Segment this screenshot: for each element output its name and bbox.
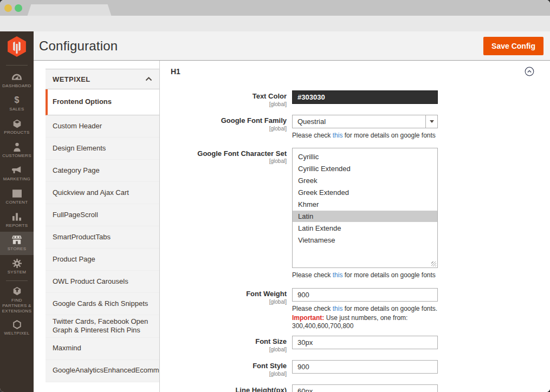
nav-item-label: FullPageScroll: [53, 211, 98, 219]
sidebar-item-products[interactable]: PRODUCTS: [0, 115, 34, 139]
nav-item-label: Twitter Cards, Facebook Open Graph & Pin…: [53, 317, 153, 335]
sidebar-item-sales[interactable]: $ SALES: [0, 92, 34, 115]
products-icon: [12, 119, 22, 128]
nav-item[interactable]: Maxmind: [46, 338, 159, 360]
font-family-label: Google Font Family: [171, 117, 287, 125]
nav-item[interactable]: FullPageScroll: [46, 204, 159, 226]
nav-item[interactable]: Frontend Options: [46, 89, 159, 115]
font-size-label: Font Size: [171, 338, 287, 346]
resize-grip[interactable]: [431, 262, 436, 266]
font-size-input[interactable]: [292, 336, 438, 349]
scope-label: [global]: [171, 126, 287, 132]
charset-option[interactable]: Khmer: [293, 199, 437, 210]
nav-item[interactable]: Google Cards & Rich Snippets: [46, 293, 159, 315]
field-row-font-size: Font Size [global]: [171, 336, 545, 352]
sidebar-divider: [6, 280, 28, 281]
charset-option[interactable]: Greek: [293, 175, 437, 186]
config-form: H1 Text Color [global]: [160, 61, 550, 392]
charset-option[interactable]: Cyrillic Extended: [293, 163, 437, 174]
charset-option-label: Greek: [298, 177, 317, 185]
nav-item-label: Category Page: [53, 166, 100, 175]
page-header: Configuration Save Config: [34, 31, 550, 61]
nav-item-label: Quickview and Ajax Cart: [53, 188, 129, 197]
magento-logo-icon[interactable]: [8, 36, 26, 59]
font-weight-note: Please check this for more details on go…: [292, 305, 438, 313]
text-color-label: Text Color: [171, 93, 287, 101]
nav-item[interactable]: SmartProductTabs: [46, 226, 159, 249]
stores-icon: [12, 235, 22, 245]
nav-section-label: WETPIXEL: [53, 75, 90, 83]
marketing-icon: [12, 165, 22, 175]
field-row-font-family: Google Font Family [global] Questrial Pl…: [171, 115, 545, 140]
nav-top-spacer: [46, 61, 159, 69]
collapse-section-button[interactable]: [525, 67, 534, 76]
field-row-font-style: Font Style [global]: [171, 360, 545, 377]
charset-option[interactable]: Cyrillic: [293, 151, 437, 162]
field-row-font-weight: Font Weight [global] Please check this f…: [171, 288, 545, 331]
nav-item-label: GoogleAnalyticsEnhancedEcommerce: [53, 366, 160, 375]
charset-option-label: Cyrillic: [298, 153, 319, 161]
charset-option[interactable]: Latin: [293, 211, 437, 222]
font-family-select[interactable]: Questrial: [292, 115, 438, 128]
sidebar-item-customers[interactable]: CUSTOMERS: [0, 139, 34, 162]
google-fonts-link[interactable]: this: [333, 271, 343, 279]
sidebar-item-dashboard[interactable]: DASHBOARD: [0, 69, 34, 92]
browser-window: DASHBOARD $ SALES PRODUCTS CUSTOMERS: [0, 0, 550, 392]
charset-option[interactable]: Vietnamese: [293, 234, 437, 246]
font-style-input[interactable]: [292, 360, 438, 374]
sidebar-item-stores[interactable]: STORES: [0, 232, 34, 255]
nav-item-label: Design Elements: [53, 144, 106, 153]
charset-listbox[interactable]: Cyrillic Cyrillic Extended: [292, 148, 438, 268]
scope-label: [global]: [171, 299, 287, 305]
scope-label: [global]: [171, 347, 287, 352]
field-row-line-height: Line Height(px) [global]: [171, 384, 545, 392]
line-height-input[interactable]: [292, 384, 438, 392]
nav-item[interactable]: GoogleAnalyticsEnhancedEcommerce: [46, 360, 159, 382]
sidebar-item-reports[interactable]: REPORTS: [0, 208, 34, 232]
nav-item-label: OWL Product Carousels: [53, 277, 128, 286]
nav-item[interactable]: Quickview and Ajax Cart: [46, 182, 159, 204]
reports-icon: [12, 212, 21, 221]
sidebar-item-system[interactable]: SYSTEM: [0, 255, 34, 278]
nav-item-label: Product Page: [53, 255, 95, 264]
dashboard-icon: [12, 72, 22, 82]
scope-label: [global]: [171, 101, 287, 107]
charset-option-label: Khmer: [298, 200, 319, 208]
nav-section-wetpixel[interactable]: WETPIXEL: [46, 69, 159, 89]
sidebar-divider: [6, 65, 28, 66]
nav-item[interactable]: OWL Product Carousels: [46, 271, 159, 293]
customers-icon: [13, 142, 21, 152]
nav-item[interactable]: Twitter Cards, Facebook Open Graph & Pin…: [46, 315, 159, 338]
window-titlebar: [0, 0, 550, 16]
charset-option[interactable]: Latin Extende: [293, 223, 437, 234]
sidebar-item-content[interactable]: CONTENT: [0, 185, 34, 208]
field-row-charset: Google Font Character Set [global]: [171, 148, 545, 280]
nav-item-label: SmartProductTabs: [53, 233, 111, 241]
select-dropdown-button[interactable]: [425, 115, 437, 128]
sidebar-item-find-partners[interactable]: FIND PARTNERS & EXTENSIONS: [0, 284, 34, 316]
save-config-button[interactable]: Save Config: [483, 37, 543, 55]
nav-item-label: Maxmind: [53, 344, 81, 352]
text-color-input[interactable]: [292, 90, 438, 104]
sidebar-item-weltpixel[interactable]: WELTPIXEL: [0, 316, 34, 339]
charset-option-label: Greek Extended: [298, 188, 349, 197]
partners-extension-icon: [12, 286, 22, 296]
font-weight-input[interactable]: [292, 288, 438, 302]
scope-label: [global]: [171, 371, 287, 377]
charset-option[interactable]: Greek Extended: [293, 187, 437, 198]
sidebar-item-marketing[interactable]: MARKETING: [0, 162, 34, 185]
zoom-window-button[interactable]: [15, 4, 22, 12]
browser-toolbar: [0, 16, 550, 31]
nav-item[interactable]: Design Elements: [46, 138, 159, 160]
charset-option-label: Vietnamese: [298, 236, 335, 244]
google-fonts-link[interactable]: this: [333, 305, 343, 312]
nav-item[interactable]: Category Page: [46, 160, 159, 182]
nav-item[interactable]: Product Page: [46, 249, 159, 271]
nav-item-label: Frontend Options: [53, 97, 112, 106]
browser-tab[interactable]: [34, 4, 105, 16]
nav-item-label: Google Cards & Rich Snippets: [53, 299, 148, 308]
minimize-window-button[interactable]: [4, 4, 12, 12]
sales-icon: $: [15, 95, 20, 105]
google-fonts-link[interactable]: this: [333, 132, 343, 139]
nav-item[interactable]: Custom Header: [46, 115, 159, 138]
